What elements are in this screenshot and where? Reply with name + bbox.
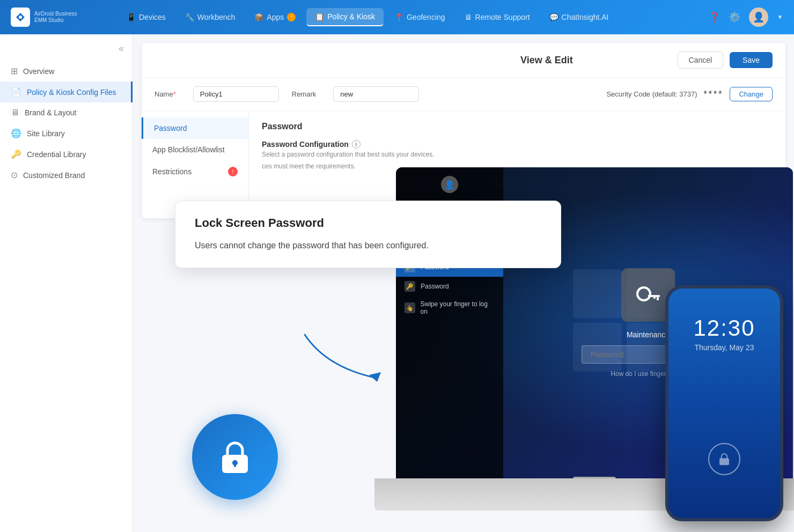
custombrand-icon: ⊙ [11,170,18,180]
nav-item-workbench[interactable]: 🔧 Workbench [177,9,244,26]
nav-items: 📱 Devices 🔧 Workbench 📦 Apps ! 📋 Policy … [118,8,708,26]
phone-lock-svg [716,451,732,467]
lock-circle-icon [192,414,278,500]
nav-item-geofencing[interactable]: 📍 Geofencing [386,9,454,26]
win-menu-swipe: 👆 Swipe your finger to log on [396,296,503,320]
right-panel-title: Password [262,122,773,131]
config-section-desc: Select a password configuration that bes… [262,151,773,158]
help-icon[interactable]: ❓ [708,11,720,23]
apps-badge: ! [287,13,296,21]
name-input[interactable] [193,86,279,102]
nav-item-devices[interactable]: 📱 Devices [118,9,174,26]
phone-screen: 12:30 Thursday, May 23 [668,289,780,518]
devices-icon: 📱 [127,13,136,21]
overview-icon: ⊞ [11,66,18,76]
win-menu-password3: 🔑 Password [396,277,503,296]
workbench-icon: 🔧 [185,13,194,21]
nav-item-chat[interactable]: 💬 ChatInsight.AI [541,9,617,26]
arrow-indicator [294,324,391,388]
avatar-chevron: ▼ [777,13,783,21]
collapse-button[interactable]: « [119,43,124,54]
restrictions-error-badge: ! [228,167,238,176]
security-label: Security Code (default: 3737) [606,90,697,98]
top-navigation: AirDroid Business EMM Studio 📱 Devices 🔧… [0,0,794,34]
logo-icon [11,8,30,27]
security-dots: **** [704,90,724,99]
sidebar-collapse: « [0,43,133,61]
left-panel-item-password[interactable]: Password [142,117,248,139]
logo-text: AirDroid Business EMM Studio [34,11,77,24]
tooltip-popup: Lock Screen Password Users cannot change… [175,201,561,268]
svg-point-1 [19,16,22,19]
remark-input[interactable] [333,86,419,102]
phone-date: Thursday, May 23 [668,343,780,352]
win-menu-icon-swipe: 👆 [405,302,415,313]
settings-icon[interactable]: ⚙️ [729,11,740,23]
left-panel-item-restrictions[interactable]: Restrictions ! [142,160,248,183]
lock-svg [214,435,256,478]
security-code-area: Security Code (default: 3737) **** Chang… [606,87,773,101]
svg-rect-14 [719,459,729,466]
sidebar-item-overview[interactable]: ⊞ Overview [0,61,133,82]
key-svg [632,279,664,311]
main-layout: « ⊞ Overview 📄 Policy & Kiosk Config Fil… [0,34,794,532]
name-label: Name* [155,90,176,98]
chat-icon: 💬 [549,13,558,21]
svg-point-10 [637,287,650,300]
edit-header: View & Edit Cancel Save [142,43,785,78]
site-icon: 🌐 [11,128,21,138]
tooltip-title: Lock Screen Password [195,216,541,230]
edit-actions: Cancel Save [678,51,773,69]
geofencing-icon: 📍 [394,13,403,21]
user-avatar[interactable]: 👤 [749,8,768,27]
logo[interactable]: AirDroid Business EMM Studio [11,8,118,27]
sidebar: « ⊞ Overview 📄 Policy & Kiosk Config Fil… [0,34,133,532]
save-button[interactable]: Save [730,52,773,68]
sidebar-item-brand[interactable]: 🖥 Brand & Layout [0,102,133,123]
nav-item-remote[interactable]: 🖥 Remote Support [456,9,539,26]
remote-icon: 🖥 [465,13,472,21]
remark-label: Remark [292,90,317,98]
change-security-button[interactable]: Change [730,87,773,101]
sidebar-item-credential[interactable]: 🔑 Credential Library [0,144,133,165]
content-area: View & Edit Cancel Save Name* Remark Sec… [133,34,794,532]
nav-item-policy[interactable]: 📋 Policy & Kiosk [306,8,384,26]
config-section-title: Password Configuration i [262,140,773,149]
info-icon[interactable]: i [352,140,361,149]
edit-fields: Name* Remark Security Code (default: 373… [142,78,785,111]
phone-time: 12:30 [668,289,780,341]
apps-icon: 📦 [254,13,263,21]
phone-mockup: 12:30 Thursday, May 23 [665,285,783,521]
phone-lock-icon [708,443,740,475]
win-user-avatar: 👤 [441,176,458,193]
edit-title: View & Edit [416,55,677,66]
sidebar-item-policy[interactable]: 📄 Policy & Kiosk Config Files [0,82,133,102]
cancel-button[interactable]: Cancel [678,51,724,69]
credential-icon: 🔑 [11,149,21,159]
sidebar-item-site[interactable]: 🌐 Site Library [0,123,133,144]
tooltip-description: Users cannot change the password that ha… [195,239,541,253]
brand-icon: 🖥 [11,108,19,117]
sidebar-item-custombrand[interactable]: ⊙ Customized Brand [0,165,133,186]
policy-file-icon: 📄 [11,87,21,97]
nav-right: ❓ ⚙️ 👤 ▼ [708,8,783,27]
policy-icon: 📋 [315,12,324,21]
left-panel-item-blocklist[interactable]: App Blocklist/Allowlist [142,139,248,160]
nav-item-apps[interactable]: 📦 Apps ! [246,9,304,26]
svg-rect-5 [234,463,236,467]
win-menu-icon-pwd3: 🔑 [405,281,415,292]
